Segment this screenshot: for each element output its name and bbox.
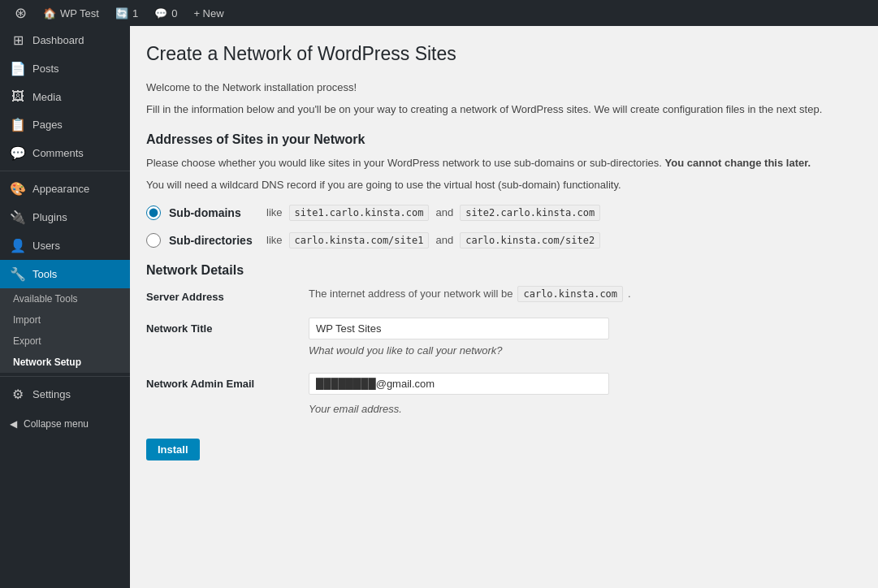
server-address-text2: . (628, 288, 631, 300)
plugins-icon: 🔌 (10, 210, 26, 225)
subdirectories-example1: carlo.kinsta.com/site1 (289, 232, 430, 249)
sidebar-item-dashboard[interactable]: ⊞ Dashboard (0, 26, 130, 54)
network-email-field-wrapper: Your email address. (309, 373, 862, 417)
sidebar-label-posts: Posts (32, 63, 59, 75)
subdirectories-option: Sub-directories like carlo.kinsta.com/si… (146, 232, 862, 249)
subdirectories-example2: carlo.kinsta.com/site2 (460, 232, 600, 249)
subdirectories-radio[interactable] (146, 233, 161, 248)
sidebar-label-network-setup: Network Setup (13, 357, 81, 368)
updates-button[interactable]: 🔄 1 (107, 0, 146, 26)
tools-icon: 🔧 (10, 266, 26, 282)
network-email-hint: Your email address. (309, 401, 862, 417)
page-title: Create a Network of WordPress Sites (146, 42, 862, 67)
install-button[interactable]: Install (146, 439, 200, 460)
network-title-row: Network Title What would you like to cal… (146, 318, 862, 359)
addresses-desc-1: Please choose whether you would like sit… (146, 155, 862, 171)
home-icon: 🏠 (43, 7, 56, 19)
collapse-menu-button[interactable]: ◀ Collapse menu (0, 412, 130, 436)
subdirectories-and: and (435, 234, 453, 246)
media-icon: 🖼 (10, 89, 26, 104)
network-details-title: Network Details (146, 263, 862, 278)
sidebar-label-appearance: Appearance (32, 183, 89, 195)
server-address-line: The internet address of your network wil… (309, 286, 862, 302)
updates-icon: 🔄 (115, 7, 128, 19)
network-email-input[interactable] (309, 373, 609, 395)
addresses-section-title: Addresses of Sites in your Network (146, 132, 862, 147)
network-title-hint: What would you like to call your network… (309, 343, 862, 359)
sidebar-label-dashboard: Dashboard (32, 34, 84, 46)
server-address-row: Server Address The internet address of y… (146, 286, 862, 303)
sidebar-item-posts[interactable]: 📄 Posts (0, 54, 130, 83)
wp-logo-icon: ⊛ (15, 4, 27, 22)
sidebar-label-tools: Tools (32, 268, 57, 280)
sidebar-item-network-setup[interactable]: Network Setup (0, 352, 130, 373)
sidebar-item-appearance[interactable]: 🎨 Appearance (0, 175, 130, 203)
sidebar-label-media: Media (32, 91, 61, 103)
appearance-icon: 🎨 (10, 181, 26, 197)
sidebar-label-export: Export (13, 335, 41, 347)
network-type-radio-group: Sub-domains like site1.carlo.kinsta.com … (146, 205, 862, 249)
comments-button[interactable]: 💬 0 (146, 0, 185, 26)
sidebar-divider-1 (0, 171, 130, 171)
comments-count: 0 (171, 7, 177, 19)
subdomains-example: like site1.carlo.kinsta.com and site2.ca… (266, 205, 600, 221)
users-icon: 👤 (10, 238, 26, 253)
sidebar-item-available-tools[interactable]: Available Tools (0, 288, 130, 309)
new-label: + New (193, 7, 223, 19)
subdomains-radio[interactable] (146, 205, 161, 220)
network-title-input[interactable] (309, 318, 609, 339)
server-address-value: The internet address of your network wil… (309, 286, 862, 302)
dashboard-icon: ⊞ (10, 32, 26, 48)
tools-submenu: Available Tools Import Export Network Se… (0, 288, 130, 373)
sidebar-item-pages[interactable]: 📋 Pages (0, 110, 130, 139)
network-email-row: Network Admin Email Your email address. (146, 373, 862, 417)
sidebar-item-comments[interactable]: 💬 Comments (0, 139, 130, 167)
sidebar-item-export[interactable]: Export (0, 331, 130, 352)
addresses-desc-2: You will need a wildcard DNS record if y… (146, 177, 862, 193)
subdirectories-example: like carlo.kinsta.com/site1 and carlo.ki… (266, 232, 600, 249)
sidebar-item-settings[interactable]: ⚙ Settings (0, 380, 130, 409)
pages-icon: 📋 (10, 117, 26, 132)
network-title-label: Network Title (146, 318, 309, 335)
sidebar-label-users: Users (32, 240, 60, 252)
collapse-icon: ◀ (10, 418, 17, 430)
comments-nav-icon: 💬 (10, 145, 26, 161)
subdomains-and: and (435, 206, 453, 218)
sidebar-item-plugins[interactable]: 🔌 Plugins (0, 203, 130, 231)
subdomains-example2: site2.carlo.kinsta.com (460, 205, 600, 221)
sidebar-item-tools[interactable]: 🔧 Tools (0, 260, 130, 288)
new-content-button[interactable]: + New (185, 0, 231, 26)
subdomains-option: Sub-domains like site1.carlo.kinsta.com … (146, 205, 862, 221)
site-name-button[interactable]: 🏠 WP Test (35, 0, 107, 26)
network-email-label: Network Admin Email (146, 373, 309, 390)
subdirectories-like: like (266, 234, 283, 246)
sidebar-item-import[interactable]: Import (0, 309, 130, 331)
server-address-code: carlo.kinsta.com (517, 286, 623, 302)
sidebar-label-available-tools: Available Tools (13, 293, 78, 305)
comments-icon: 💬 (154, 7, 167, 19)
server-address-text1: The internet address of your network wil… (309, 288, 513, 300)
sidebar-item-media[interactable]: 🖼 Media (0, 83, 130, 110)
settings-icon: ⚙ (10, 387, 26, 402)
updates-count: 1 (132, 7, 138, 19)
subdomains-example1: site1.carlo.kinsta.com (289, 205, 430, 221)
subdomains-label[interactable]: Sub-domains (169, 206, 258, 219)
server-address-label: Server Address (146, 286, 309, 303)
network-title-field-wrapper: What would you like to call your network… (309, 318, 862, 359)
sidebar-label-plugins: Plugins (32, 211, 67, 223)
sidebar-label-comments: Comments (32, 147, 84, 159)
sidebar-item-users[interactable]: 👤 Users (0, 231, 130, 260)
sidebar-label-settings: Settings (32, 388, 71, 400)
subdomains-like: like (266, 206, 283, 218)
site-name: WP Test (60, 7, 99, 19)
wp-logo-button[interactable]: ⊛ (6, 0, 35, 26)
intro-text-2: Fill in the information below and you'll… (146, 102, 862, 118)
collapse-label: Collapse menu (24, 418, 89, 430)
addresses-desc-1-plain: Please choose whether you would like sit… (146, 157, 662, 169)
sidebar-divider-2 (0, 376, 130, 377)
subdirectories-label[interactable]: Sub-directories (169, 234, 258, 247)
sidebar-label-pages: Pages (32, 119, 63, 131)
posts-icon: 📄 (10, 61, 26, 76)
sidebar-label-import: Import (13, 314, 41, 326)
addresses-desc-1-bold: You cannot change this later. (665, 157, 811, 169)
